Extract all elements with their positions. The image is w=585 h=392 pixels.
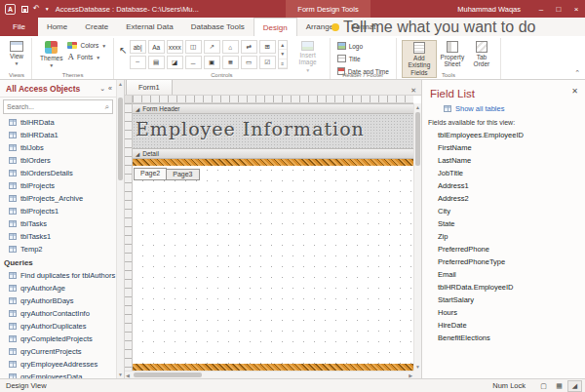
document-tab-form1[interactable]: Form1 (126, 80, 173, 95)
field-list-item[interactable]: PreferredPhone (422, 243, 585, 255)
control-gallery-icon[interactable]: ⌂ (222, 40, 239, 54)
nav-scroll-thumb[interactable] (118, 98, 123, 180)
field-list-item[interactable]: LastName (422, 154, 585, 167)
ribbon-tab[interactable]: External Data (117, 18, 181, 36)
control-gallery-icon[interactable]: ≣ (222, 56, 239, 69)
page-tab[interactable]: Page3 (166, 169, 199, 180)
ribbon-tab[interactable]: Create (76, 18, 117, 36)
detail-area[interactable]: Page2Page3 (133, 159, 413, 371)
signed-in-user[interactable]: Muhammad Waqas (457, 5, 521, 14)
navigation-pane-header[interactable]: All Access Objects ⌄ « (0, 80, 116, 98)
nav-table-item[interactable]: tblJobs (0, 141, 116, 154)
control-gallery-icon[interactable]: ▤ (148, 56, 165, 69)
nav-table-item[interactable]: Temp2 (0, 243, 116, 255)
field-list-item[interactable]: tblEmployees.EmployeeID (422, 129, 585, 141)
nav-table-item[interactable]: tblHRData (0, 116, 116, 129)
field-list-item[interactable]: Zip (422, 230, 585, 243)
field-list-item[interactable]: FirstName (422, 141, 585, 154)
datasheet-view-button[interactable]: ▦ (552, 380, 566, 392)
shutter-close-icon[interactable]: « (108, 85, 112, 92)
form-view-button[interactable]: ▢ (536, 380, 551, 392)
ribbon-tab[interactable]: Database Tools (182, 18, 254, 36)
nav-query-item[interactable]: Find duplicates for tblAuthors (0, 269, 116, 282)
control-gallery-icon[interactable]: ☑ (259, 56, 276, 69)
nav-table-item[interactable]: tblHRData1 (0, 129, 116, 141)
nav-query-item[interactable]: qryAuthorContactInfo (0, 307, 116, 320)
select-tool-icon[interactable]: ↖ (119, 40, 129, 56)
scroll-down-icon[interactable]: ▼ (117, 372, 124, 377)
document-close-icon[interactable]: ✕ (406, 87, 421, 95)
scroll-left-icon[interactable]: ◀ (126, 372, 130, 378)
design-view-button[interactable]: ◢ (567, 380, 582, 392)
detail-section-bar[interactable]: ◢ Detail (133, 148, 413, 159)
undo-icon[interactable]: ↶ (33, 5, 40, 13)
field-list-item[interactable]: BenefitElections (422, 332, 585, 344)
save-icon[interactable] (21, 6, 28, 13)
title-button[interactable]: Title (335, 53, 391, 64)
nav-query-item[interactable]: qryCurrentProjects (0, 345, 116, 358)
control-gallery-icon[interactable]: ⇄ (241, 40, 257, 54)
collapse-ribbon-icon[interactable]: ⌃ (574, 69, 580, 77)
nav-table-item[interactable]: tblProjects (0, 179, 116, 192)
form-header-section-bar[interactable]: ◢ Form Header (133, 103, 413, 114)
tell-me-box[interactable]: Tell me what you want to do (332, 18, 535, 36)
page-tab[interactable]: Page2 (134, 168, 167, 180)
selection-border-bottom[interactable] (133, 364, 413, 371)
logo-button[interactable]: Logo (335, 40, 391, 52)
control-gallery-icon[interactable]: ╌ (130, 56, 146, 69)
close-icon[interactable]: ✕ (571, 87, 578, 96)
nav-queries-header[interactable]: Queries (0, 255, 116, 269)
close-icon[interactable]: × (567, 0, 585, 18)
maximize-icon[interactable]: □ (550, 0, 567, 18)
field-list-item[interactable]: Address2 (422, 192, 585, 205)
fonts-button[interactable]: A Fonts ▼ (65, 51, 108, 63)
field-list-item[interactable]: Address1 (422, 179, 585, 192)
nav-table-item[interactable]: tblTasks (0, 217, 116, 230)
nav-table-item[interactable]: tblProjects_Archive (0, 192, 116, 205)
nav-query-item[interactable]: qryEmployeeAddresses (0, 358, 116, 371)
chevron-down-icon[interactable]: ⌄ (99, 85, 105, 93)
gallery-scroll-up-icon[interactable]: ▲ (279, 41, 287, 50)
ruler-corner[interactable] (125, 96, 133, 103)
nav-table-item[interactable]: tblOrders (0, 154, 116, 167)
scroll-right-icon[interactable]: ▶ (409, 372, 412, 378)
tab-order-button[interactable]: Tab Order (468, 40, 495, 69)
field-list-item[interactable]: Email (422, 268, 585, 281)
horizontal-ruler[interactable] (133, 96, 413, 103)
insert-image-button[interactable]: Insert Image ▼ (292, 40, 325, 74)
ribbon-tab[interactable]: File (0, 18, 38, 36)
vertical-scrollbar[interactable]: ▲ ▼ (413, 103, 421, 371)
control-gallery-icon[interactable]: ↗ (204, 40, 220, 54)
nav-search-box[interactable]: ⌕ (3, 99, 113, 114)
field-list-item[interactable]: tblHRData.EmployeeID (422, 281, 585, 294)
control-gallery-icon[interactable]: ab| (130, 40, 146, 54)
field-list-item[interactable]: State (422, 217, 585, 230)
field-list-item[interactable]: StartSalary (422, 294, 585, 306)
nav-query-item[interactable]: qryAuthorBDays (0, 294, 116, 307)
colors-button[interactable]: Colors ▼ (65, 40, 108, 51)
nav-table-item[interactable]: tblProjects1 (0, 205, 116, 217)
gallery-scroll-down-icon[interactable]: ▼ (279, 50, 287, 59)
control-gallery-icon[interactable]: ◫ (185, 40, 202, 54)
themes-button[interactable]: Themes ▼ (37, 40, 65, 69)
ribbon-tab[interactable]: Home (38, 18, 76, 36)
nav-query-item[interactable]: qryAuthorAge (0, 282, 116, 294)
control-gallery-icon[interactable]: xxxx (167, 40, 183, 54)
form-title-label[interactable]: Employee Information (136, 118, 365, 139)
nav-query-item[interactable]: qryAuthorDuplicates (0, 320, 116, 333)
control-gallery-icon[interactable]: ▣ (204, 56, 220, 69)
field-list-item[interactable]: PreferredPhoneType (422, 255, 585, 268)
nav-query-item[interactable]: qryEmployeesData (0, 371, 116, 378)
nav-table-item[interactable]: tblOrdersDetails (0, 167, 116, 179)
field-list-item[interactable]: HireDate (422, 319, 585, 332)
scroll-down-icon[interactable]: ▼ (414, 364, 421, 370)
section-select-icon[interactable]: ◢ (136, 106, 139, 112)
field-list-item[interactable]: JobTitle (422, 167, 585, 179)
scroll-up-icon[interactable]: ▲ (117, 81, 124, 87)
section-select-icon[interactable]: ◢ (136, 151, 139, 157)
scroll-up-icon[interactable]: ▲ (414, 104, 421, 110)
ribbon-tab[interactable]: Design (254, 18, 297, 36)
nav-query-item[interactable]: qryCompletedProjects (0, 333, 116, 345)
qat-dropdown-icon[interactable]: ▼ (45, 6, 50, 12)
vertical-ruler[interactable] (125, 103, 133, 371)
